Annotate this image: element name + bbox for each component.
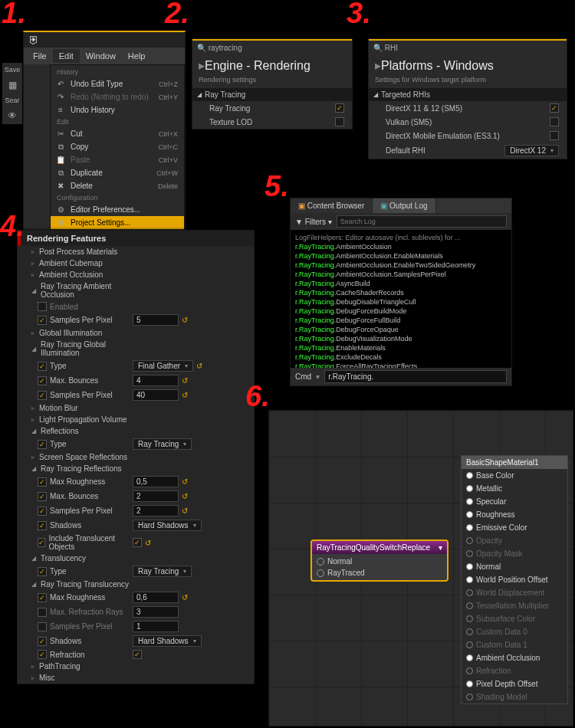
- cb-ray-tracing[interactable]: [335, 103, 344, 113]
- mat-pin[interactable]: Custom Data 0: [462, 625, 567, 638]
- cb-trans-type[interactable]: [38, 567, 47, 576]
- spin-rtrefl-maxb[interactable]: [133, 490, 179, 502]
- cb-refl-type[interactable]: [38, 440, 47, 449]
- pin-raytraced[interactable]: RayTraced: [317, 569, 442, 577]
- spin-rtrefl-spp[interactable]: [133, 505, 179, 516]
- reset-icon[interactable]: ↺: [182, 316, 188, 324]
- cb-shadows[interactable]: [38, 521, 47, 530]
- mat-pin[interactable]: Custom Data 1: [462, 638, 567, 651]
- row-lpv[interactable]: Light Propagation Volume: [18, 414, 254, 425]
- mi-duplicate[interactable]: ⧉DuplicateCtrl+W: [51, 166, 184, 179]
- row-ao[interactable]: Ambient Occlusion: [18, 269, 254, 280]
- menu-help[interactable]: Help: [122, 49, 152, 63]
- pin-normal[interactable]: Normal: [317, 557, 442, 566]
- row-translucency[interactable]: Translucency: [18, 553, 254, 564]
- mat-pin[interactable]: Shading Model: [462, 690, 567, 703]
- row-ambient-cubemap[interactable]: Ambient Cubemap: [18, 257, 254, 269]
- cb-rtao-spp[interactable]: [38, 316, 47, 325]
- section-ray-tracing[interactable]: Ray Tracing: [192, 88, 352, 101]
- category-header[interactable]: Rendering Features: [18, 231, 254, 246]
- mat-pin[interactable]: Pixel Depth Offset: [462, 677, 567, 690]
- spin-rttrans-maxr[interactable]: [133, 592, 179, 603]
- cb-rtrefl-spp[interactable]: [38, 507, 47, 516]
- console[interactable]: LogFileHelpers: Editor autosave (incl. s…: [291, 230, 511, 368]
- spin-rttrans-spp[interactable]: [133, 621, 179, 632]
- cb-rtgi-type[interactable]: [38, 362, 47, 371]
- cb-refraction-val[interactable]: [133, 650, 142, 659]
- cb-vulkan[interactable]: [550, 117, 559, 126]
- mi-project-settings[interactable]: ⚙Project Settings...: [51, 216, 184, 229]
- spin-maxb[interactable]: [133, 375, 179, 386]
- row-rtrefl[interactable]: Ray Tracing Reflections: [18, 463, 254, 474]
- cb-dxmobile[interactable]: [550, 131, 559, 140]
- row-rtgi[interactable]: Ray Tracing Global Illumination: [18, 339, 254, 359]
- mi-redo[interactable]: ↷Redo (Nothing to redo)Ctrl+Y: [51, 90, 184, 103]
- reset-icon[interactable]: ↺: [182, 376, 188, 385]
- mat-pin[interactable]: Tessellation Multiplier: [462, 599, 567, 612]
- cb-incl-trans-val[interactable]: [133, 538, 142, 547]
- mat-pin[interactable]: Refraction: [462, 664, 567, 677]
- spin-maxr[interactable]: [133, 476, 179, 487]
- search-log-input[interactable]: [337, 215, 507, 228]
- mat-pin[interactable]: Specular: [462, 495, 567, 508]
- mat-pin[interactable]: Opacity: [462, 534, 567, 547]
- filters-button[interactable]: ▼ Filters ▾: [295, 218, 332, 226]
- menu-file[interactable]: File: [27, 49, 53, 63]
- cb-rtgi-spp[interactable]: [38, 391, 47, 400]
- menu-edit[interactable]: Edit: [53, 49, 80, 63]
- mi-undo-edit-type[interactable]: ↶Undo Edit TypeCtrl+Z: [51, 77, 184, 90]
- mat-pin[interactable]: Normal: [462, 560, 567, 573]
- row-gi[interactable]: Global Illumination: [18, 327, 254, 339]
- mat-pin[interactable]: Emissive Color: [462, 521, 567, 534]
- combo-rtgi-type[interactable]: Final Gather: [133, 360, 193, 372]
- mi-delete[interactable]: ✖DeleteDelete: [51, 179, 184, 192]
- cb-maxrefr[interactable]: [38, 608, 47, 617]
- node-rtqsr[interactable]: RayTracingQualitySwitchReplace▾ Normal R…: [310, 539, 449, 582]
- search-text[interactable]: RHI: [385, 44, 398, 52]
- row-misc[interactable]: Misc: [18, 672, 254, 684]
- material-graph[interactable]: RayTracingQualitySwitchReplace▾ Normal R…: [268, 410, 573, 726]
- row-pathtracing[interactable]: PathTracing: [18, 661, 254, 672]
- mat-pin[interactable]: World Displacement: [462, 586, 567, 599]
- reset-icon[interactable]: ↺: [182, 477, 188, 486]
- chevron-down-icon[interactable]: ▾: [439, 543, 442, 552]
- section-targeted-rhis[interactable]: Targeted RHIs: [369, 88, 567, 101]
- reset-icon[interactable]: ↺: [182, 391, 188, 399]
- spin-rtao-spp[interactable]: [133, 314, 179, 326]
- row-motion-blur[interactable]: Motion Blur: [18, 402, 254, 414]
- spin-rtgi-spp[interactable]: [133, 389, 179, 401]
- cb-incl-trans[interactable]: [38, 538, 45, 547]
- cb-rttrans-maxr[interactable]: [38, 593, 47, 602]
- cb-dx1112[interactable]: [550, 103, 559, 113]
- mat-pin[interactable]: Opacity Mask: [462, 547, 567, 560]
- eye-icon[interactable]: 👁: [8, 110, 17, 121]
- material-output-node[interactable]: BasicShapeMaterial1 Base ColorMetallicSp…: [461, 455, 568, 704]
- mi-undo-history[interactable]: ≡Undo History: [51, 103, 184, 116]
- tab-content-browser[interactable]: ▣ Content Browser: [291, 198, 373, 213]
- combo-refl-type[interactable]: Ray Tracing: [133, 438, 192, 450]
- cmd-input[interactable]: [324, 370, 507, 383]
- reset-icon[interactable]: ↺: [145, 539, 151, 547]
- cb-rttrans-spp[interactable]: [38, 622, 47, 631]
- reset-icon[interactable]: ↺: [182, 593, 188, 602]
- cb-rtrefl-maxb[interactable]: [38, 492, 47, 501]
- mi-paste[interactable]: 📋PasteCtrl+V: [51, 153, 184, 166]
- combo-trans-type[interactable]: Ray Tracing: [133, 566, 192, 577]
- row-reflections[interactable]: Reflections: [18, 425, 254, 437]
- mi-editor-preferences[interactable]: ⚙Editor Preferences...: [51, 203, 184, 216]
- row-rtao[interactable]: Ray Tracing Ambient Occlusion: [18, 280, 254, 300]
- combo-rttrans-shadows[interactable]: Hard Shadows: [133, 635, 202, 647]
- reset-icon[interactable]: ↺: [196, 362, 202, 370]
- modes-icon[interactable]: ▦: [8, 80, 17, 90]
- reset-icon[interactable]: ↺: [182, 492, 188, 500]
- row-ppm[interactable]: Post Process Materials: [18, 246, 254, 257]
- reset-icon[interactable]: ↺: [182, 507, 188, 515]
- menu-window[interactable]: Window: [80, 49, 122, 63]
- combo-default-rhi[interactable]: DirectX 12: [504, 145, 559, 156]
- mat-pin[interactable]: Roughness: [462, 508, 567, 521]
- cb-rtao-enabled[interactable]: [38, 302, 47, 311]
- spin-maxrefr[interactable]: [133, 606, 179, 618]
- mat-pin[interactable]: Metallic: [462, 482, 567, 495]
- mi-copy[interactable]: ⧉CopyCtrl+C: [51, 140, 184, 153]
- tab-output-log[interactable]: ▣ Output Log: [373, 198, 435, 213]
